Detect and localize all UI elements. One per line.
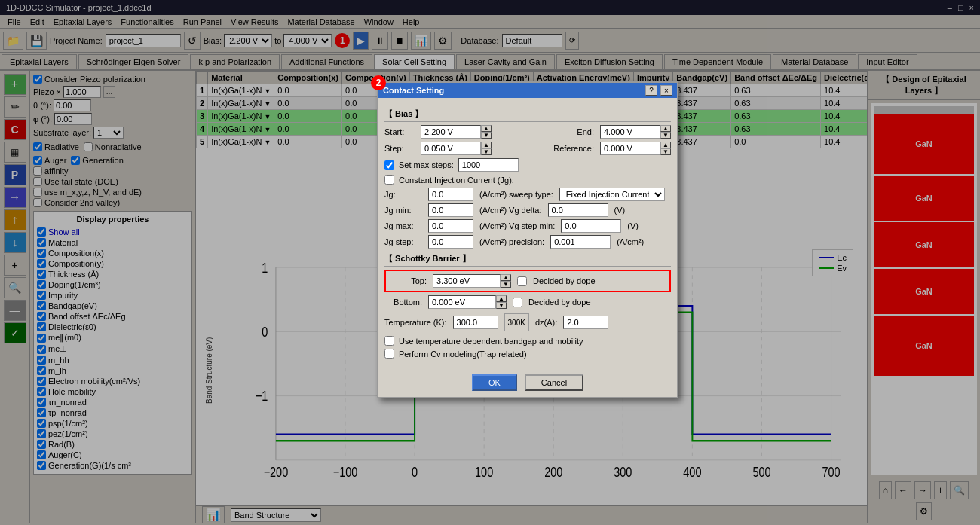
jg-label: Jg: bbox=[384, 190, 422, 199]
jg-min-row: Jg min: (A/cm²) Vg delta: (V) bbox=[384, 203, 671, 217]
modal-footer: OK Cancel bbox=[378, 368, 677, 397]
cancel-button[interactable]: Cancel bbox=[525, 374, 583, 391]
perform-cv-cb[interactable] bbox=[384, 349, 394, 359]
temp-dependent-row: Use temperature dependent bandgap and mo… bbox=[384, 336, 671, 346]
schottky-top-label: Top: bbox=[389, 276, 427, 285]
end-spin-down[interactable]: ▼ bbox=[660, 132, 671, 139]
bias-start-row: Start: ▲ ▼ End: ▲ ▼ bbox=[384, 125, 671, 139]
schottky-top-input-group: ▲ ▼ bbox=[433, 274, 511, 288]
temperature-input[interactable] bbox=[453, 316, 498, 329]
schottky-bottom-input-group: ▲ ▼ bbox=[428, 295, 507, 309]
top-decided-label: Decided by dope bbox=[533, 276, 596, 285]
schottky-bottom-label: Bottom: bbox=[384, 298, 422, 307]
bias-step-row: Step: ▲ ▼ Reference: ▲ ▼ bbox=[384, 142, 671, 155]
bottom-spin-up[interactable]: ▲ bbox=[496, 295, 507, 302]
jg-max-label: Jg max: bbox=[384, 221, 422, 230]
bottom-decided-by-dope-cb[interactable] bbox=[513, 298, 522, 307]
start-spin: ▲ ▼ bbox=[481, 125, 492, 139]
start-input-group: ▲ ▼ bbox=[421, 125, 492, 139]
top-decided-by-dope-cb[interactable] bbox=[517, 276, 527, 286]
jg-step-label: Jg step: bbox=[384, 237, 422, 246]
ok-button[interactable]: OK bbox=[472, 374, 517, 391]
end-label: End: bbox=[577, 127, 594, 136]
contact-setting-modal: 2 Contact Setting ? × 【 Bias 】 Start: ▲ … bbox=[377, 81, 678, 398]
schottky-section-header: 【 Schottky Barrier 】 bbox=[384, 253, 671, 267]
jg-unit: (A/cm²) sweep type: bbox=[479, 190, 553, 199]
bias-end-input[interactable] bbox=[600, 125, 660, 139]
jg-max-row: Jg max: (A/cm²) Vg step min: (V) bbox=[384, 219, 671, 233]
precision-input[interactable] bbox=[550, 235, 611, 249]
vg-step-min-input[interactable] bbox=[561, 219, 621, 233]
schottky-bottom-input[interactable] bbox=[428, 295, 496, 309]
modal-help-btn[interactable]: ? bbox=[645, 85, 657, 96]
end-spin: ▲ ▼ bbox=[660, 125, 671, 139]
start-label: Start: bbox=[384, 127, 415, 136]
temp-dependent-label: Use temperature dependent bandgap and mo… bbox=[399, 337, 583, 346]
step-spin-up[interactable]: ▲ bbox=[481, 142, 492, 148]
modal-body: 【 Bias 】 Start: ▲ ▼ End: ▲ ▼ bbox=[378, 98, 677, 368]
ref-spin-down[interactable]: ▼ bbox=[660, 148, 671, 155]
vg-step-unit: (V) bbox=[627, 221, 639, 230]
end-spin-up[interactable]: ▲ bbox=[660, 125, 671, 132]
bottom-spin-down[interactable]: ▼ bbox=[496, 302, 507, 309]
schottky-top-input[interactable] bbox=[433, 274, 501, 288]
constant-injection-row: Constant Injection Current (Jg): bbox=[384, 175, 671, 185]
top-spin-down[interactable]: ▼ bbox=[501, 281, 511, 288]
dz-input[interactable] bbox=[563, 316, 608, 329]
modal-title-bar: Contact Setting ? × bbox=[378, 83, 677, 98]
schottky-bottom-row: Bottom: ▲ ▼ Decided by dope bbox=[384, 295, 671, 309]
jg-min-input[interactable] bbox=[428, 203, 473, 217]
bias-step-input[interactable] bbox=[421, 142, 481, 155]
temp-unit-btn[interactable]: 300K bbox=[504, 313, 529, 331]
vg-delta-unit: (V) bbox=[614, 206, 626, 215]
jg-row: Jg: (A/cm²) sweep type: Fixed Injection … bbox=[384, 188, 671, 201]
jg-max-unit: (A/cm²) Vg step min: bbox=[479, 221, 555, 230]
step-spin: ▲ ▼ bbox=[481, 142, 492, 155]
vg-delta-input[interactable] bbox=[548, 203, 608, 217]
ref-spin-up[interactable]: ▲ bbox=[660, 142, 671, 148]
bottom-spin: ▲ ▼ bbox=[496, 295, 507, 309]
bias-section-header: 【 Bias 】 bbox=[384, 108, 671, 122]
jg-min-label: Jg min: bbox=[384, 206, 422, 215]
modal-title: Contact Setting bbox=[383, 86, 444, 95]
temp-dependent-cb[interactable] bbox=[384, 336, 394, 346]
constant-injection-label: Constant Injection Current (Jg): bbox=[399, 176, 514, 185]
precision-unit: (A/cm²) bbox=[617, 237, 644, 246]
temperature-row: Temperature (K): 300K dz(A): bbox=[384, 313, 671, 331]
end-input-group: ▲ ▼ bbox=[600, 125, 671, 139]
reference-input[interactable] bbox=[600, 142, 660, 155]
dz-label: dz(A): bbox=[535, 318, 557, 327]
temp-label: Temperature (K): bbox=[384, 318, 447, 327]
jg-min-unit: (A/cm²) Vg delta: bbox=[479, 206, 542, 215]
bottom-decided-label: Decided by dope bbox=[528, 298, 591, 307]
set-max-steps-cb[interactable] bbox=[384, 160, 394, 170]
jg-step-input[interactable] bbox=[428, 235, 473, 249]
max-steps-input[interactable] bbox=[458, 158, 519, 172]
modal-controls: ? × bbox=[645, 85, 672, 96]
modal-close-btn[interactable]: × bbox=[660, 85, 672, 96]
start-spin-down[interactable]: ▼ bbox=[481, 132, 492, 139]
step-spin-down[interactable]: ▼ bbox=[481, 148, 492, 155]
reference-input-group: ▲ ▼ bbox=[600, 142, 671, 155]
perform-cv-label: Perform Cv modeling(Trap related) bbox=[399, 349, 527, 359]
schottky-top-row: Top: ▲ ▼ Decided by dope bbox=[389, 274, 666, 288]
bias-start-input[interactable] bbox=[421, 125, 481, 139]
top-spin-up[interactable]: ▲ bbox=[501, 274, 511, 281]
reference-spin: ▲ ▼ bbox=[660, 142, 671, 155]
reference-label: Reference: bbox=[553, 144, 594, 153]
perform-cv-row: Perform Cv modeling(Trap related) bbox=[384, 349, 671, 359]
step-label: Step: bbox=[384, 144, 415, 153]
schottky-top-highlighted: Top: ▲ ▼ Decided by dope bbox=[384, 270, 671, 292]
sweep-type-select[interactable]: Fixed Injection Current bbox=[559, 188, 665, 201]
step-input-group: ▲ ▼ bbox=[421, 142, 492, 155]
top-spin: ▲ ▼ bbox=[501, 274, 511, 288]
annotation-2: 2 bbox=[371, 75, 386, 90]
set-max-steps-label: Set max steps: bbox=[399, 160, 454, 169]
start-spin-up[interactable]: ▲ bbox=[481, 125, 492, 132]
jg-step-unit: (A/cm²) precision: bbox=[479, 237, 544, 246]
set-max-steps-row: Set max steps: bbox=[384, 158, 671, 172]
jg-max-input[interactable] bbox=[428, 219, 473, 233]
constant-injection-cb[interactable] bbox=[384, 175, 394, 185]
jg-input[interactable] bbox=[428, 188, 473, 201]
modal-overlay: 2 Contact Setting ? × 【 Bias 】 Start: ▲ … bbox=[0, 0, 980, 525]
